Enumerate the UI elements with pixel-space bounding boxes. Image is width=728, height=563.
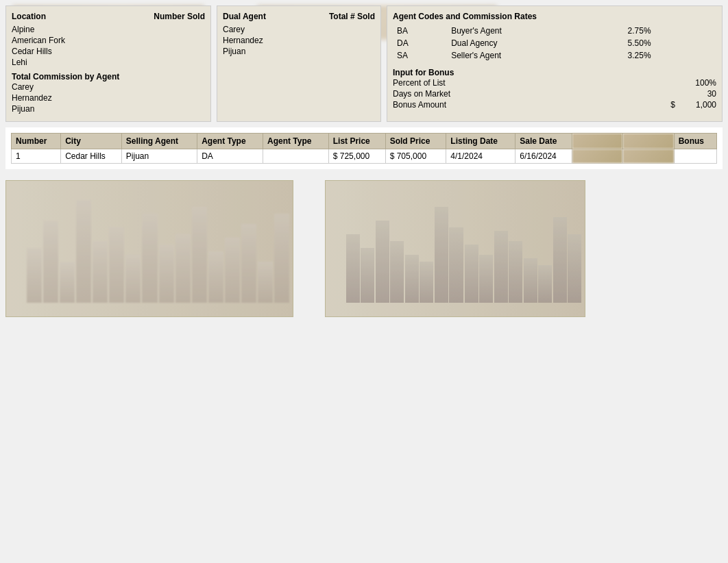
cell-city: Cedar Hills	[61, 149, 122, 164]
col-sold-price: Sold Price	[385, 134, 446, 149]
cell-sold-price: $ 705,000	[385, 149, 446, 164]
agent-codes-table: BA Buyer's Agent 2.75% DA Dual Agency 5.…	[393, 24, 716, 62]
bonus-amount-label: Bonus Amount	[393, 100, 634, 110]
agent-code-row-sa: SA Seller's Agent 3.25%	[394, 50, 715, 61]
bottom-charts-section	[0, 175, 728, 323]
dual-agent-pijuan: Pijuan	[223, 46, 375, 57]
col-listing-date: Listing Date	[446, 134, 515, 149]
location-lehi: Lehi	[12, 57, 205, 68]
cell-sale-date: 6/16/2024	[515, 149, 572, 164]
rate-sa: 3.25%	[625, 50, 715, 61]
cell-selling-agent: Pijuan	[121, 149, 197, 164]
commission-section-label: Total Commission by Agent	[12, 72, 205, 82]
dual-agent-header: Dual Agent	[223, 12, 266, 21]
cell-col10	[572, 149, 623, 164]
main-table-section: Number City Selling Agent Agent Type Age…	[5, 127, 723, 169]
col-agent-type-2: Agent Type	[263, 134, 328, 149]
col-sale-date: Sale Date	[515, 134, 572, 149]
input-bonus-section: Input for Bonus Percent of List 100% Day…	[393, 68, 716, 110]
dual-agent-carey: Carey	[223, 24, 375, 35]
col-city: City	[61, 134, 122, 149]
location-american-fork: American Fork	[12, 35, 205, 46]
agent-codes-header: Agent Codes and Commission Rates	[393, 12, 716, 21]
rate-da: 5.50%	[625, 38, 715, 49]
cell-number: 1	[12, 149, 61, 164]
table-row: 1 Cedar Hills Pijuan DA $ 725,000 $ 705,…	[12, 149, 717, 164]
agent-codes-panel: Agent Codes and Commission Rates BA Buye…	[387, 5, 723, 122]
table-header-row: Number City Selling Agent Agent Type Age…	[12, 134, 717, 149]
location-header: Location	[12, 12, 46, 21]
cell-bonus	[674, 149, 716, 164]
label-buyers-agent: Buyer's Agent	[448, 25, 623, 36]
agent-code-row-da: DA Dual Agency 5.50%	[394, 38, 715, 49]
percent-of-list-label: Percent of List	[393, 78, 675, 88]
bar-chart-left	[5, 180, 293, 317]
col-bonus: Bonus	[674, 134, 716, 149]
bar-chart-right	[325, 180, 585, 317]
col-agent-type-1: Agent Type	[197, 134, 263, 149]
col-selling-agent: Selling Agent	[121, 134, 197, 149]
col-list-price: List Price	[328, 134, 385, 149]
number-sold-header: Number Sold	[154, 12, 205, 21]
cell-col11	[623, 149, 674, 164]
agent-code-row-ba: BA Buyer's Agent 2.75%	[394, 25, 715, 36]
agent-hernandez: Hernandez	[12, 92, 205, 103]
days-on-market-value: 30	[675, 89, 716, 99]
bonus-amount-value: 1,000	[675, 100, 716, 110]
label-sellers-agent: Seller's Agent	[448, 50, 623, 61]
label-dual-agency: Dual Agency	[448, 38, 623, 49]
code-sa: SA	[394, 50, 447, 61]
main-table: Number City Selling Agent Agent Type Age…	[11, 133, 717, 164]
col-blurred-1	[572, 134, 623, 149]
agent-pijuan: Pijuan	[12, 103, 205, 114]
bonus-amount-prefix: $	[634, 100, 675, 110]
dual-agent-panel: Dual Agent Total # Sold Carey Hernandez …	[217, 5, 381, 122]
location-alpine: Alpine	[12, 24, 205, 35]
percent-of-list-row: Percent of List 100%	[393, 77, 716, 88]
agent-carey: Carey	[12, 82, 205, 92]
cell-list-price: $ 725,000	[328, 149, 385, 164]
cell-agent-type-1: DA	[197, 149, 263, 164]
days-on-market-row: Days on Market 30	[393, 88, 716, 99]
location-panel: Location Number Sold Alpine American For…	[5, 5, 211, 122]
code-da: DA	[394, 38, 447, 49]
col-number: Number	[12, 134, 61, 149]
rate-ba: 2.75%	[625, 25, 715, 36]
input-bonus-header: Input for Bonus	[393, 68, 716, 77]
dual-agent-hernandez: Hernandez	[223, 35, 375, 46]
total-sold-header: Total # Sold	[329, 12, 375, 21]
bonus-amount-row: Bonus Amount $ 1,000	[393, 99, 716, 110]
col-blurred-2	[623, 134, 674, 149]
cell-listing-date: 4/1/2024	[446, 149, 515, 164]
days-on-market-label: Days on Market	[393, 89, 675, 99]
location-cedar-hills: Cedar Hills	[12, 46, 205, 57]
cell-agent-type-2	[263, 149, 328, 164]
percent-of-list-value: 100%	[675, 78, 716, 88]
code-ba: BA	[394, 25, 447, 36]
